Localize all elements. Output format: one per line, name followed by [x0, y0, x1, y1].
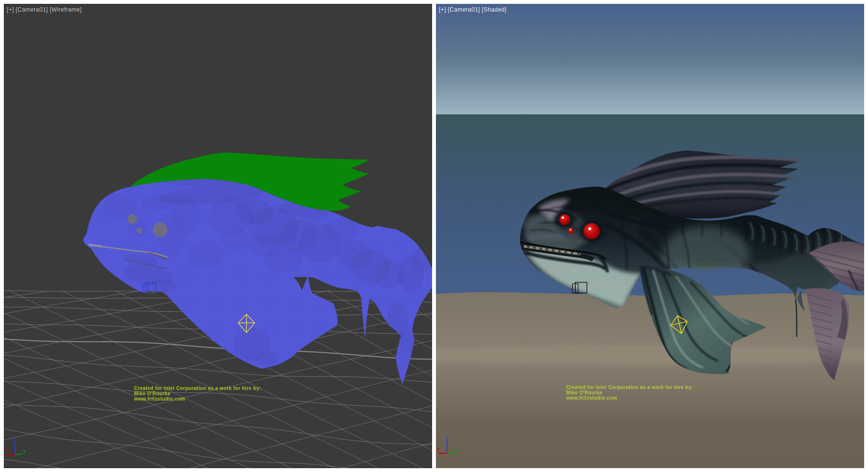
- svg-text:x: x: [5, 448, 8, 453]
- svg-text:Mike O'Rourke: Mike O'Rourke: [134, 391, 170, 396]
- svg-text:www.fritzstudio.com: www.fritzstudio.com: [134, 396, 185, 402]
- svg-text:x: x: [437, 446, 440, 452]
- svg-text:www.fritzstudio.com: www.fritzstudio.com: [566, 395, 617, 401]
- svg-text:y: y: [455, 446, 458, 452]
- svg-text:Mike O'Rourke: Mike O'Rourke: [566, 390, 602, 395]
- svg-text:y: y: [23, 448, 26, 453]
- svg-text:z: z: [14, 437, 16, 442]
- svg-text:Created for Intel Corporation: Created for Intel Corporation as a work …: [134, 386, 261, 391]
- svg-text:Created for Intel Corporation: Created for Intel Corporation as a work …: [566, 385, 693, 390]
- svg-text:z: z: [446, 435, 448, 441]
